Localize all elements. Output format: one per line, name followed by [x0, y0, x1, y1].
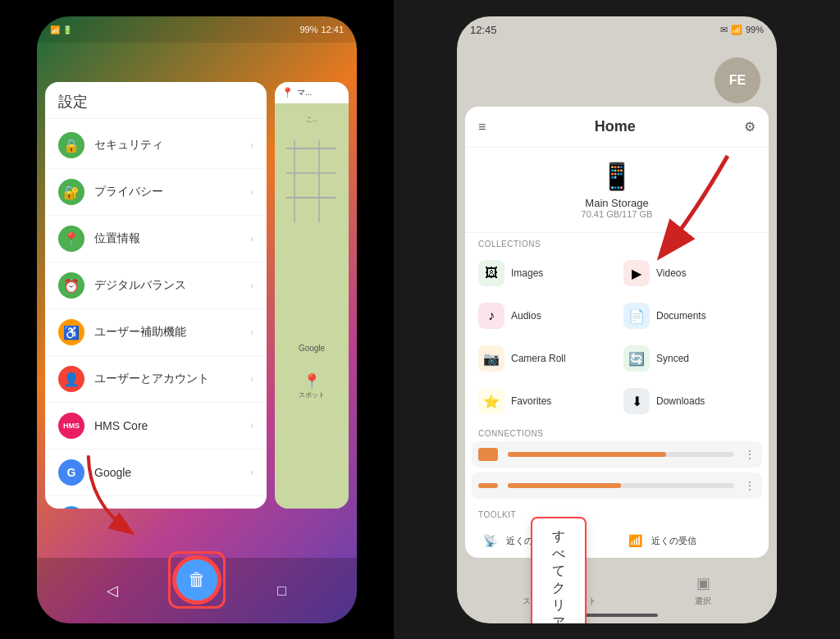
accessibility-label: ユーザー補助機能	[94, 325, 240, 340]
list-item[interactable]: 📷 Camera Roll	[472, 337, 617, 380]
privacy-icon: 🔐	[58, 179, 84, 205]
downloads-label: Downloads	[656, 395, 705, 407]
toolkit-label: TOOLKIT	[465, 504, 769, 523]
select-icon: ▣	[696, 574, 710, 592]
list-item[interactable]: 🔒 セキュリティ ›	[45, 122, 267, 169]
nearby-receive[interactable]: 📶 近くの受信	[617, 523, 762, 558]
conn-progress2	[508, 483, 734, 488]
time-text: 12:41	[321, 25, 344, 34]
arrow-icon: ›	[250, 280, 253, 291]
fm-title: Home	[595, 118, 636, 135]
arrow-icon: ›	[250, 420, 253, 431]
list-item[interactable]: 📍 位置情報 ›	[45, 216, 267, 262]
status-icons-group: ✉ 📶 99%	[720, 25, 764, 35]
back-button[interactable]: ◁	[99, 577, 126, 604]
synced-label: Synced	[656, 353, 689, 364]
status-bar-right: 12:45 ✉ 📶 99%	[457, 16, 777, 43]
settings-card-header: 設定	[45, 82, 267, 119]
list-item[interactable]: HMS HMS Core ›	[45, 403, 267, 450]
favorites-icon: ⭐	[478, 388, 504, 414]
audios-label: Audios	[511, 310, 541, 322]
conn-progress	[508, 452, 734, 457]
list-item[interactable]: ⏰ デジタルバランス ›	[45, 262, 267, 309]
wifi-icon: 📶	[731, 25, 742, 35]
connection-item-1[interactable]: ⋮	[472, 441, 762, 468]
toolkit-section: 📡 近くの送信 📶 近くの受信 ↔ File Transfer 🌐 FTP Se…	[465, 523, 769, 558]
notification-icons: 📶 🔋	[50, 25, 72, 34]
camera-roll-icon: 📷	[478, 345, 504, 372]
list-item[interactable]: 🖼 Images	[472, 252, 617, 294]
hms-core-icon: HMS	[58, 413, 84, 439]
list-item[interactable]: 🔐 プライバシー ›	[45, 169, 267, 216]
favorites-label: Favorites	[511, 395, 551, 407]
left-phone-screen: 📶 🔋 99% 12:41 設定 🔒 セキュリティ ›	[37, 16, 357, 623]
arrow-right-area	[596, 148, 760, 282]
location-icon: 📍	[58, 226, 84, 252]
list-item[interactable]: 🔄 Synced	[617, 337, 762, 380]
arrow-icon: ›	[250, 373, 253, 385]
location-label: 位置情報	[94, 231, 240, 246]
nearby-receive-label: 近くの受信	[651, 535, 696, 547]
arrow-icon: ›	[250, 326, 253, 338]
list-item[interactable]: 👤 ユーザーとアカウント ›	[45, 356, 267, 403]
settings-app-card[interactable]: 設定 🔒 セキュリティ › 🔐 プライバシー › 📍	[45, 82, 267, 509]
downloads-icon: ⬇	[623, 388, 650, 414]
documents-label: Documents	[656, 310, 706, 322]
images-label: Images	[511, 267, 543, 279]
arrow-icon: ›	[250, 139, 253, 151]
documents-icon: 📄	[623, 303, 650, 329]
list-item[interactable]: ♿ ユーザー補助機能 ›	[45, 309, 267, 356]
synced-icon: 🔄	[623, 345, 650, 372]
privacy-label: プライバシー	[94, 185, 240, 199]
conn-more-icon[interactable]: ⋮	[744, 448, 756, 461]
select-label: 選択	[695, 596, 711, 607]
conn-more-icon2[interactable]: ⋮	[744, 479, 756, 492]
select-nav[interactable]: ▣ 選択	[695, 574, 711, 607]
digital-balance-label: デジタルバランス	[94, 278, 240, 293]
trash-button-highlight: 🗑	[168, 551, 226, 609]
status-right-group: 99% 12:41	[299, 25, 344, 34]
file-manager-header: ≡ Home ⚙	[465, 107, 769, 148]
security-icon: 🔒	[58, 132, 84, 158]
battery-right: 99%	[746, 25, 764, 34]
conn-bar-icon	[478, 448, 498, 461]
arrow-icon: ›	[250, 233, 253, 244]
connection-item-2[interactable]: ⋮	[472, 472, 762, 499]
avatar-initials: FE	[729, 73, 746, 88]
nearby-send-icon: 📡	[478, 529, 501, 552]
recents-button[interactable]: □	[268, 577, 294, 604]
clear-all-button[interactable]: すべてクリア	[531, 517, 587, 623]
maps-label: マ...	[297, 87, 312, 98]
map-app-card: 📍 マ... こ... Google 📍	[275, 82, 349, 509]
map-content: こ...	[278, 115, 345, 124]
settings-list: 🔒 セキュリティ › 🔐 プライバシー › 📍 位置情報 ›	[45, 119, 267, 509]
home-indicator	[576, 614, 658, 617]
right-phone-screen: 12:45 ✉ 📶 99% FE ≡ Home ⚙ 📱 Main Storage…	[457, 16, 777, 623]
status-bar-left: 📶 🔋 99% 12:41	[37, 16, 357, 43]
hms-core-label: HMS Core	[94, 419, 240, 432]
email-icon: ✉	[720, 25, 728, 35]
time-display: 12:45	[470, 24, 497, 36]
digital-balance-icon: ⏰	[58, 272, 84, 299]
spot-icon-area: 📍 スポット	[278, 372, 345, 399]
security-label: セキュリティ	[94, 138, 240, 153]
list-item[interactable]: 📄 Documents	[617, 294, 762, 337]
arrow-icon: ›	[250, 186, 253, 198]
list-item[interactable]: ⭐ Favorites	[472, 380, 617, 422]
gear-icon[interactable]: ⚙	[744, 119, 756, 135]
clear-all-button[interactable]: 🗑	[174, 557, 220, 603]
nearby-receive-icon: 📶	[623, 529, 646, 552]
users-label: ユーザーとアカウント	[94, 372, 240, 386]
hamburger-icon[interactable]: ≡	[478, 120, 486, 135]
settings-title: 設定	[58, 94, 88, 110]
connections-label: CONNECTIONS	[465, 422, 769, 441]
list-item[interactable]: ♪ Audios	[472, 294, 617, 337]
trash-button-area: 🗑	[168, 551, 226, 609]
right-phone: 12:45 ✉ 📶 99% FE ≡ Home ⚙ 📱 Main Storage…	[394, 0, 840, 639]
google-text: Google	[278, 340, 345, 356]
arrow-icon: ›	[250, 467, 253, 478]
user-avatar[interactable]: FE	[714, 57, 760, 103]
battery-text: 99%	[299, 25, 317, 34]
list-item[interactable]: ⬇ Downloads	[617, 380, 762, 422]
users-icon: 👤	[58, 366, 84, 392]
